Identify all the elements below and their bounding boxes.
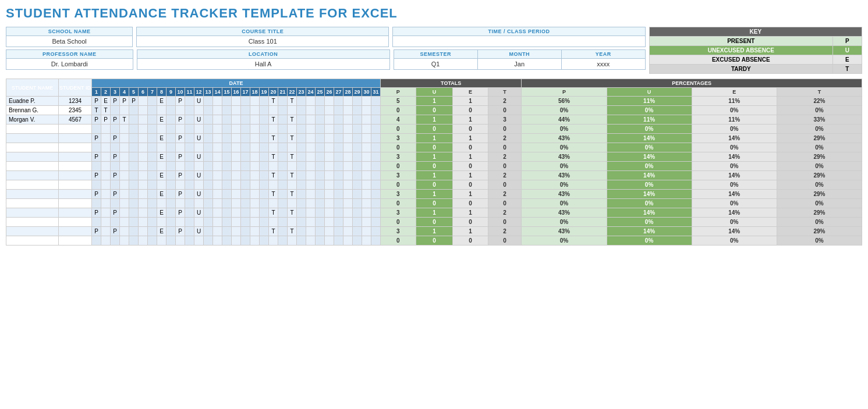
date-cell bbox=[176, 218, 185, 227]
date-cell: P bbox=[176, 190, 185, 199]
key-excused-label: EXCUSED ABSENCE bbox=[649, 55, 832, 65]
date-cell bbox=[194, 106, 204, 115]
pct-p: 56% bbox=[522, 97, 607, 106]
date-cell bbox=[185, 115, 194, 125]
date-cell bbox=[129, 115, 139, 125]
pct-t: 0% bbox=[777, 236, 862, 246]
date-cell bbox=[204, 227, 213, 236]
table-row: 00000%0%0%0% bbox=[6, 125, 862, 134]
date-cell bbox=[148, 125, 157, 134]
pct-p: 43% bbox=[522, 227, 607, 236]
date-cell bbox=[306, 97, 316, 106]
date-col-24: 24 bbox=[306, 88, 316, 97]
pct-t: 0% bbox=[777, 125, 862, 134]
date-cell bbox=[111, 162, 120, 171]
date-cell bbox=[343, 115, 353, 125]
pct-p: 43% bbox=[522, 134, 607, 143]
date-cell bbox=[306, 171, 316, 180]
date-cell bbox=[260, 106, 269, 115]
date-cell bbox=[362, 134, 371, 143]
date-cell bbox=[176, 236, 185, 246]
date-cell: E bbox=[157, 227, 166, 236]
date-cell bbox=[343, 152, 353, 162]
date-cell bbox=[120, 218, 129, 227]
date-cell bbox=[139, 97, 148, 106]
total-e: 0 bbox=[453, 143, 488, 152]
date-cell bbox=[166, 180, 176, 190]
date-cell bbox=[316, 208, 325, 218]
date-cell bbox=[278, 143, 288, 152]
date-cell bbox=[241, 199, 250, 208]
date-cell bbox=[362, 115, 371, 125]
date-cell bbox=[111, 199, 120, 208]
date-cell bbox=[111, 180, 120, 190]
date-col-23: 23 bbox=[297, 88, 306, 97]
table-row: PPEPUTT311243%14%14%29% bbox=[6, 152, 862, 162]
date-col-31: 31 bbox=[371, 88, 381, 97]
date-cell: P bbox=[176, 115, 185, 125]
date-cell bbox=[120, 236, 129, 246]
date-cell bbox=[297, 236, 306, 246]
date-cell bbox=[213, 199, 222, 208]
date-cell bbox=[166, 227, 176, 236]
date-cell: P bbox=[111, 171, 120, 180]
table-row: 00000%0%0%0% bbox=[6, 180, 862, 190]
date-cell bbox=[213, 190, 222, 199]
date-cell bbox=[297, 171, 306, 180]
date-cell: T bbox=[288, 97, 297, 106]
date-cell bbox=[241, 236, 250, 246]
course-title-label: COURSE TITLE bbox=[137, 27, 388, 36]
date-cell bbox=[288, 125, 297, 134]
date-cell bbox=[166, 171, 176, 180]
total-p: 3 bbox=[381, 190, 416, 199]
date-cell bbox=[204, 134, 213, 143]
date-cell: P bbox=[92, 190, 101, 199]
date-col-11: 11 bbox=[185, 88, 194, 97]
date-cell bbox=[278, 106, 288, 115]
date-cell bbox=[334, 143, 343, 152]
total-u: 1 bbox=[416, 208, 453, 218]
total-u: 1 bbox=[416, 115, 453, 125]
date-cell bbox=[139, 162, 148, 171]
date-cell bbox=[325, 190, 334, 199]
date-cell bbox=[176, 199, 185, 208]
date-cell bbox=[194, 180, 204, 190]
date-cell bbox=[343, 218, 353, 227]
date-cell bbox=[278, 134, 288, 143]
date-col-3: 3 bbox=[111, 88, 120, 97]
date-cell bbox=[316, 134, 325, 143]
date-cell bbox=[334, 199, 343, 208]
date-cell bbox=[371, 106, 381, 115]
date-cell bbox=[129, 162, 139, 171]
total-p: 0 bbox=[381, 180, 416, 190]
date-cell bbox=[334, 97, 343, 106]
date-col-25: 25 bbox=[316, 88, 325, 97]
date-cell: T bbox=[269, 190, 278, 199]
time-period-label: TIME / CLASS PERIOD bbox=[393, 27, 644, 36]
student-id: 1234 bbox=[59, 97, 92, 106]
date-cell: T bbox=[269, 152, 278, 162]
key-excused-code: E bbox=[832, 55, 862, 65]
date-cell bbox=[260, 180, 269, 190]
date-cell: E bbox=[101, 97, 111, 106]
student-id bbox=[59, 199, 92, 208]
date-cell bbox=[297, 199, 306, 208]
pct-t: 33% bbox=[777, 115, 862, 125]
date-cell bbox=[306, 106, 316, 115]
date-cell bbox=[269, 180, 278, 190]
date-cell bbox=[325, 162, 334, 171]
pct-u: 0% bbox=[607, 199, 692, 208]
totals-col-E: E bbox=[453, 88, 488, 97]
date-cell bbox=[101, 125, 111, 134]
date-cell bbox=[204, 106, 213, 115]
date-cell bbox=[185, 199, 194, 208]
date-cell bbox=[260, 227, 269, 236]
total-e: 0 bbox=[453, 162, 488, 171]
date-cell bbox=[185, 162, 194, 171]
date-cell bbox=[139, 143, 148, 152]
date-col-6: 6 bbox=[139, 88, 148, 97]
date-cell bbox=[334, 106, 343, 115]
date-cell: P bbox=[92, 152, 101, 162]
date-cell: E bbox=[157, 208, 166, 218]
date-cell bbox=[362, 152, 371, 162]
